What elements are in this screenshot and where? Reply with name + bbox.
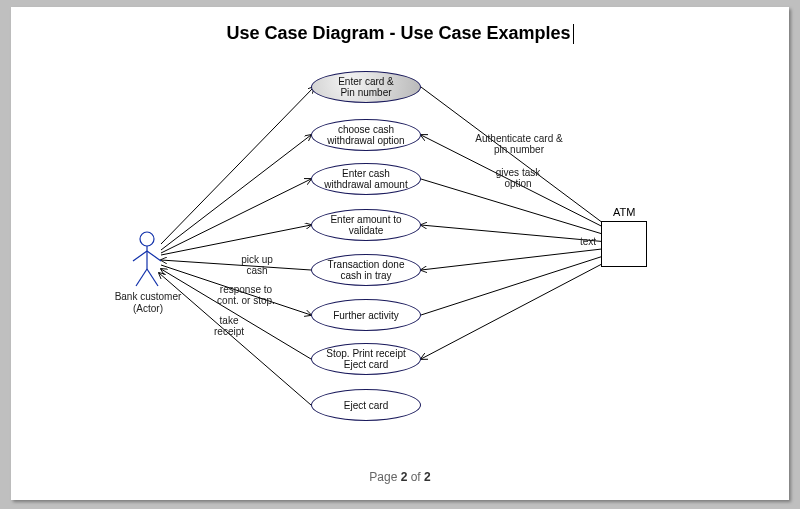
usecase-choose-withdraw: choose cashwithdrawal option [311,119,421,151]
usecase-enter-amount-validate: Enter amount tovalidate [311,209,421,241]
usecase-eject-card: Eject card [311,389,421,421]
footer-total: 2 [424,470,431,484]
usecase-enter-card: Enter card &Pin number [311,71,421,103]
usecase-enter-withdraw-amt: Enter cashwithdrawal amount [311,163,421,195]
atm-actor [601,221,647,267]
edge-take-receipt: takereceipt [203,315,255,337]
svg-line-18 [147,251,161,261]
svg-line-20 [147,269,158,286]
svg-line-0 [161,87,314,244]
svg-line-14 [421,255,619,359]
svg-line-17 [133,251,147,261]
footer-prefix: Page [369,470,400,484]
edge-authenticate: Authenticate card &pin number [459,133,579,155]
svg-line-12 [421,247,619,270]
svg-line-3 [161,225,311,255]
page-title: Use Case Diagram - Use Case Examples [11,23,789,44]
svg-line-1 [161,135,311,250]
text-cursor [573,24,574,44]
svg-line-19 [136,269,147,286]
usecase-further-activity: Further activity [311,299,421,331]
footer-of: of [407,470,424,484]
page-footer: Page 2 of 2 [11,470,789,484]
usecase-transaction-done: Transaction donecash in tray [311,254,421,286]
atm-label: ATM [613,206,635,218]
bank-customer-actor [129,231,165,289]
svg-line-6 [161,269,311,359]
svg-line-2 [161,179,311,253]
edge-response: response tocont. or stop. [205,284,287,306]
atm-text: text [580,236,596,247]
document-page: Use Case Diagram - Use Case Examples [11,7,789,500]
title-text: Use Case Diagram - Use Case Examples [226,23,570,43]
svg-point-15 [140,232,154,246]
edge-pickup-cash: pick upcash [227,254,287,276]
edge-gives-task: gives taskoption [483,167,553,189]
svg-line-8 [421,87,619,235]
svg-line-13 [421,251,619,315]
bank-customer-label: Bank customer(Actor) [109,291,187,314]
usecase-stop-print: Stop. Print receiptEject card [311,343,421,375]
